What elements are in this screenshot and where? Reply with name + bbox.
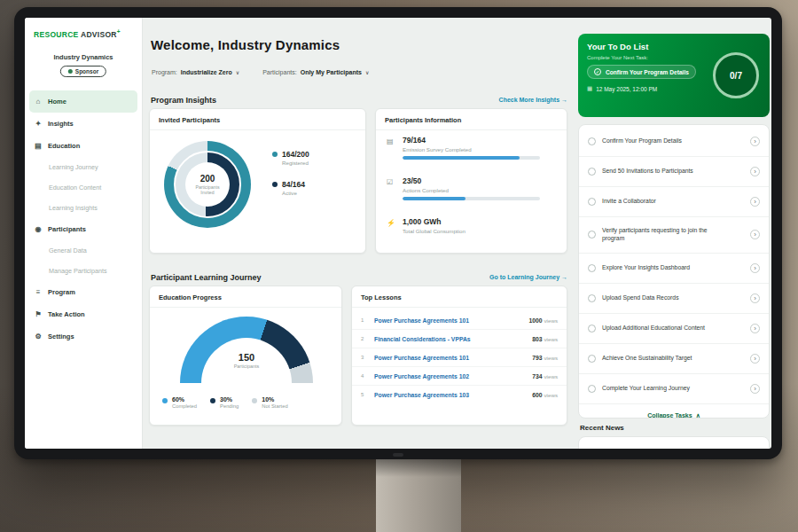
invited-donut-chart: 200 Participants Invited (164, 141, 251, 228)
sidebar-item-label: Insights (48, 120, 74, 128)
checkbox-icon[interactable] (588, 168, 596, 176)
lesson-list: 1Power Purchase Agreements 1011000 views… (352, 311, 567, 403)
task-row[interactable]: Invite a Collaborator› (579, 187, 769, 217)
lesson-link[interactable]: Financial Considerations - VPPAs (374, 336, 525, 342)
lesson-link[interactable]: Power Purchase Agreements 101 (374, 317, 522, 324)
task-row[interactable]: Achieve One Sustainability Target› (579, 344, 769, 374)
home-icon: ⌂ (34, 98, 43, 106)
participants-information-card: Participants Information ▤ 79/164 Emissi… (375, 108, 567, 254)
chevron-down-icon: ∨ (365, 69, 369, 75)
sidebar-item-program[interactable]: ≡Program (25, 281, 142, 303)
sidebar-item-take-action[interactable]: ⚑Take Action (25, 303, 142, 325)
next-task-chip[interactable]: ✓ Confirm Your Program Details (587, 65, 696, 79)
lesson-link[interactable]: Power Purchase Agreements 103 (374, 392, 525, 398)
lesson-row[interactable]: 3Power Purchase Agreements 101793 views (352, 348, 567, 367)
sidebar-item-learning-journey[interactable]: Learning Journey (25, 157, 142, 177)
info-row-actions: ☑ 23/50 Actions Completed (387, 176, 556, 200)
legend-item-not-started: 10%Not Started (252, 396, 287, 409)
sidebar-item-education-content[interactable]: Education Content (25, 177, 142, 198)
consumption-icon: ⚡ (387, 219, 395, 227)
chevron-right-icon: › (750, 137, 760, 146)
brand-logo: RESOURCE ADVISOR+ (34, 28, 121, 39)
chevron-right-icon: › (750, 230, 760, 239)
sidebar-item-label: Education (48, 142, 80, 150)
actions-progress-track (403, 197, 540, 200)
task-row[interactable]: Upload Spend Data Records› (579, 284, 769, 314)
go-to-learning-journey-link[interactable]: Go to Learning Journey → (415, 274, 567, 280)
chevron-right-icon: › (750, 167, 760, 176)
chevron-right-icon: › (750, 354, 760, 364)
education-total: 150 (180, 352, 313, 363)
settings-icon: ⚙ (34, 332, 43, 340)
program-icon: ≡ (34, 288, 43, 296)
program-insights-heading: Program Insights (151, 96, 216, 105)
check-more-insights-link[interactable]: Check More Insights → (415, 97, 567, 103)
card-title: Participants Information (376, 109, 567, 130)
lesson-link[interactable]: Power Purchase Agreements 102 (374, 373, 525, 379)
sponsor-label: Sponsor (75, 68, 98, 74)
insights-icon: ✦ (34, 120, 43, 128)
task-row[interactable]: Send 50 Invitations to Participants› (579, 157, 769, 187)
sidebar-item-label: Take Action (48, 310, 85, 318)
monitor-stand (376, 459, 461, 532)
task-row[interactable]: Complete Your Learning Journey› (579, 374, 769, 404)
participants-filter[interactable]: Participants: Only My Participants ∨ (262, 69, 369, 75)
check-circle-icon: ✓ (594, 68, 601, 75)
arrow-right-icon: → (561, 97, 567, 103)
checkbox-icon[interactable] (588, 355, 596, 363)
checkbox-icon[interactable] (588, 385, 596, 393)
sidebar-item-participants[interactable]: ◉Participants (25, 218, 142, 240)
sidebar-item-manage-participants[interactable]: Manage Participants (25, 261, 142, 281)
checkbox-icon[interactable] (588, 264, 596, 272)
sidebar-item-home[interactable]: ⌂Home (29, 90, 137, 113)
checkbox-icon[interactable] (588, 325, 596, 332)
brand-advisor: ADVISOR (81, 30, 117, 39)
legend-dot (272, 152, 278, 157)
sidebar-item-settings[interactable]: ⚙Settings (25, 325, 142, 348)
sidebar-item-label: Education Content (49, 184, 101, 192)
lesson-row[interactable]: 1Power Purchase Agreements 1011000 views (352, 311, 567, 330)
brand-resource: RESOURCE (34, 30, 79, 39)
participants-filter-value: Only My Participants (301, 69, 362, 75)
program-filter[interactable]: Program: Industrialize Zero ∨ (152, 69, 239, 75)
legend-item-completed: 60%Completed (162, 396, 197, 409)
todo-summary-card: Your To Do List Complete Your Next Task:… (578, 34, 770, 117)
education-gauge-chart: 150 Participants (180, 317, 313, 386)
collapse-tasks-button[interactable]: Collapse Tasks∧ (579, 404, 769, 419)
sidebar-item-education[interactable]: ▤Education (25, 135, 142, 157)
task-row[interactable]: Upload Additional Educational Content› (579, 314, 769, 344)
task-row[interactable]: Explore Your Insights Dashboard› (579, 254, 769, 284)
actions-icon: ☑ (387, 178, 393, 186)
participants-icon: ◉ (34, 225, 43, 233)
checkbox-icon[interactable] (588, 231, 596, 239)
sponsor-badge[interactable]: Sponsor (60, 66, 106, 77)
sidebar-item-general-data[interactable]: General Data (25, 240, 142, 261)
sidebar-item-learning-insights[interactable]: Learning Insights (25, 198, 142, 218)
lesson-row[interactable]: 2Financial Considerations - VPPAs803 vie… (352, 330, 567, 348)
sidebar: RESOURCE ADVISOR+ Industry Dynamics Spon… (25, 18, 143, 449)
task-row[interactable]: Verify participants requesting to join t… (579, 217, 769, 254)
checkbox-icon[interactable] (588, 294, 596, 302)
education-gauge-center: 150 Participants (180, 352, 313, 369)
education-legend: 60%Completed 30%Pending 10%Not Started (162, 396, 336, 409)
survey-icon: ▤ (387, 137, 394, 145)
lesson-link[interactable]: Power Purchase Agreements 101 (374, 355, 525, 361)
chevron-down-icon: ∨ (236, 69, 239, 75)
checkbox-icon[interactable] (588, 137, 596, 145)
legend-item-pending: 30%Pending (210, 396, 239, 409)
legend-dot (272, 182, 278, 187)
education-icon: ▤ (34, 142, 43, 150)
program-filter-value: Industrialize Zero (181, 69, 232, 75)
sidebar-item-label: Learning Insights (49, 204, 98, 212)
sidebar-item-insights[interactable]: ✦Insights (25, 113, 142, 135)
task-row[interactable]: Confirm Your Program Details› (579, 127, 769, 157)
todo-progress-ring: 0/7 (713, 52, 759, 98)
invited-participants-card: Invited Participants 200 Participants In… (149, 108, 366, 254)
lesson-row[interactable]: 4Power Purchase Agreements 102734 views (352, 367, 567, 386)
info-row-survey: ▤ 79/164 Emission Survey Completed (387, 136, 556, 160)
arrow-right-icon: → (561, 274, 567, 280)
lesson-row[interactable]: 5Power Purchase Agreements 103600 views (352, 386, 567, 403)
sidebar-item-label: Manage Participants (49, 267, 107, 275)
checkbox-icon[interactable] (588, 198, 596, 206)
sidebar-item-label: Home (48, 98, 66, 106)
